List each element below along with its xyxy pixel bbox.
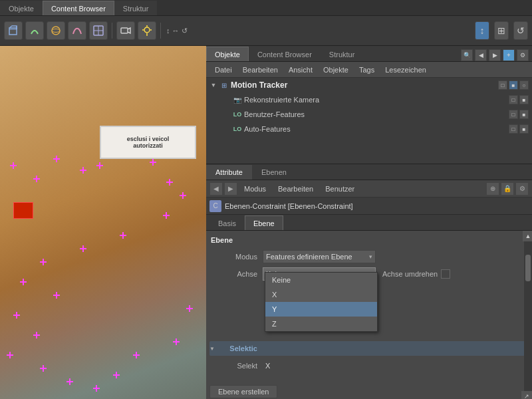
top-toolbar: ↕ ↔ ↺ ↕ ⊞ ↺ <box>0 16 532 46</box>
menu-datei[interactable]: Datei <box>209 65 237 75</box>
menu-objekte[interactable]: Objekte <box>318 65 354 75</box>
action-btn-1[interactable]: □ <box>498 80 507 90</box>
tab-objekte-tree[interactable]: Objekte <box>206 47 249 61</box>
axis-flip-label: Achse umdrehen <box>382 270 438 278</box>
svg-point-9 <box>144 27 150 33</box>
axis-flip-checkbox[interactable] <box>441 269 450 279</box>
menu-tags[interactable]: Tags <box>354 65 380 75</box>
attr-icon-2[interactable]: 🔒 <box>501 182 514 196</box>
motion-tracker-icon: ⊞ <box>219 80 229 90</box>
auto-action-1[interactable]: □ <box>509 124 518 134</box>
tree-expand-kamera <box>223 96 231 104</box>
modus-arrow: ▾ <box>369 253 372 260</box>
prop-select-modus[interactable]: Features definieren Ebene ▾ <box>263 250 376 263</box>
tracker-marker-8 <box>180 192 186 199</box>
section-title-ebene: Ebene <box>209 236 529 244</box>
basis-tab-ebene[interactable]: Ebene <box>245 215 283 230</box>
tracker-marker-3 <box>53 156 60 162</box>
nav-icon[interactable]: ↗ <box>521 391 532 399</box>
tracker-marker-20 <box>93 385 100 392</box>
attr-nav-right[interactable]: ▶ <box>224 182 237 196</box>
kamera-label: Rekonstruierte Kamera <box>244 96 509 104</box>
action-btn-3[interactable]: ○ <box>519 80 529 90</box>
tracker-marker-10 <box>120 232 126 239</box>
tracker-marker-15 <box>13 312 20 319</box>
tracker-marker-24 <box>186 305 193 312</box>
right-panel: Objekte Content Browser Struktur 🔍 ◀ ▶ +… <box>206 46 532 399</box>
attr-menubar: ◀ ▶ Modus Bearbeiten Benutzer ⊕ 🔒 ⚙ <box>206 180 532 198</box>
tab-content-browser[interactable]: Content Browser <box>43 1 114 15</box>
tab-struktur[interactable]: Struktur <box>114 1 158 15</box>
benutzer-action-1[interactable]: □ <box>509 110 518 119</box>
tree-expand-benutzer <box>223 110 231 118</box>
tab-struktur-tree[interactable]: Struktur <box>321 47 364 61</box>
tab-objekte[interactable]: Objekte <box>0 1 43 15</box>
tree-item-motion-tracker[interactable]: ▼ ⊞ Motion Tracker □ ■ ○ <box>206 78 532 92</box>
nav-left-btn[interactable]: ◀ <box>475 49 487 61</box>
sphere-tool-icon[interactable] <box>47 21 65 40</box>
motion-tracker-actions: □ ■ ○ <box>498 80 529 90</box>
attr-menu-bearbeiten[interactable]: Bearbeiten <box>273 184 319 194</box>
action-btn-2[interactable]: ■ <box>509 80 518 90</box>
toolbar-separator-1 <box>112 23 112 39</box>
add-btn[interactable]: + <box>503 49 515 61</box>
scroll-up-btn[interactable]: ▲ <box>523 231 532 241</box>
bend-tool-icon[interactable] <box>25 21 44 40</box>
light-tool-icon[interactable] <box>138 21 156 40</box>
scale-icon[interactable]: ⊞ <box>494 21 509 40</box>
tracker-marker-11 <box>80 245 86 252</box>
ebene-erstellen-button[interactable]: Ebene erstellen <box>209 385 277 398</box>
tree-item-kamera[interactable]: 📷 Rekonstruierte Kamera □ ■ <box>206 92 532 107</box>
dropdown-item-keine[interactable]: Keine <box>265 273 377 287</box>
main-area: esclusi i veicol autorizzati <box>0 46 532 399</box>
dropdown-item-z[interactable]: Z <box>265 317 377 331</box>
dropdown-item-x[interactable]: X <box>265 287 377 302</box>
search-icon-btn[interactable]: 🔍 <box>461 49 473 61</box>
auto-action-2[interactable]: ■ <box>519 124 529 134</box>
object-tree-menubar: Datei Bearbeiten Ansicht Objekte Tags Le… <box>206 62 532 78</box>
tree-item-benutzer[interactable]: LO Benutzer-Features □ ■ <box>206 107 532 122</box>
red-box-marker <box>13 202 33 219</box>
viewport[interactable]: esclusi i veicol autorizzati <box>0 46 206 399</box>
tab-content-browser-tree[interactable]: Content Browser <box>249 47 321 61</box>
tree-tab-icons: 🔍 ◀ ▶ + ⚙ <box>461 49 532 61</box>
attr-menu-modus[interactable]: Modus <box>239 184 271 194</box>
kamera-action-2[interactable]: ■ <box>519 95 529 104</box>
menu-lesezeichen[interactable]: Lesezeichen <box>380 65 432 75</box>
tracker-marker-2 <box>33 176 40 182</box>
cube-tool-icon[interactable] <box>4 21 23 40</box>
rotate-icon[interactable]: ↺ <box>513 21 528 40</box>
benutzer-actions: □ ■ <box>509 110 529 119</box>
menu-bearbeiten[interactable]: Bearbeiten <box>237 65 283 75</box>
tracker-marker-13 <box>20 279 27 285</box>
attr-menu-benutzer[interactable]: Benutzer <box>320 184 360 194</box>
attr-nav-left[interactable]: ◀ <box>209 182 223 196</box>
prop-row-selekt-x: Selekt X <box>209 358 529 373</box>
tree-item-auto[interactable]: LO Auto-Features □ ■ <box>206 122 532 136</box>
scrollbar[interactable]: ▲ ▼ ↗ <box>524 231 532 399</box>
benutzer-action-2[interactable]: ■ <box>519 110 529 119</box>
settings-btn[interactable]: ⚙ <box>517 49 529 61</box>
component-header: C Ebenen-Constraint [Ebenen-Constraint] <box>206 198 532 215</box>
attr-icon-1[interactable]: ⊕ <box>486 182 499 196</box>
camera-tool-icon[interactable] <box>116 21 135 40</box>
tracker-marker-6 <box>150 159 156 166</box>
basis-tab-bar: Basis Ebene <box>206 215 532 231</box>
prop-label-achse: Achse <box>209 270 263 278</box>
attr-tab-attribute[interactable]: Attribute <box>206 165 252 180</box>
nav-right-btn[interactable]: ▶ <box>489 49 501 61</box>
spline-tool-icon[interactable] <box>68 21 86 40</box>
basis-tab-basis[interactable]: Basis <box>209 215 245 230</box>
menu-ansicht[interactable]: Ansicht <box>283 65 318 75</box>
dropdown-item-y[interactable]: Y <box>265 302 377 317</box>
nurbs-tool-icon[interactable] <box>89 21 108 40</box>
kamera-action-1[interactable]: □ <box>509 95 518 104</box>
move-icon[interactable]: ↕ <box>475 21 489 40</box>
scrollbar-thumb[interactable] <box>525 255 531 281</box>
benutzer-label: Benutzer-Features <box>244 110 509 118</box>
tracker-marker-1 <box>10 162 17 169</box>
tracker-marker-14 <box>53 292 60 299</box>
attr-icon-3[interactable]: ⚙ <box>515 182 529 196</box>
attr-tab-ebenen[interactable]: Ebenen <box>252 165 296 180</box>
tree-expand-motion[interactable]: ▼ <box>209 81 217 89</box>
